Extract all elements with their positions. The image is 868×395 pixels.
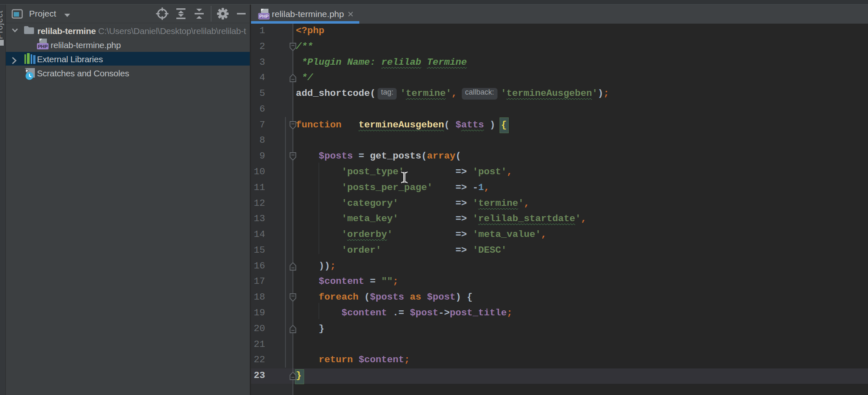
svg-text:PHP: PHP — [259, 14, 269, 19]
svg-text:PHP: PHP — [38, 44, 48, 49]
